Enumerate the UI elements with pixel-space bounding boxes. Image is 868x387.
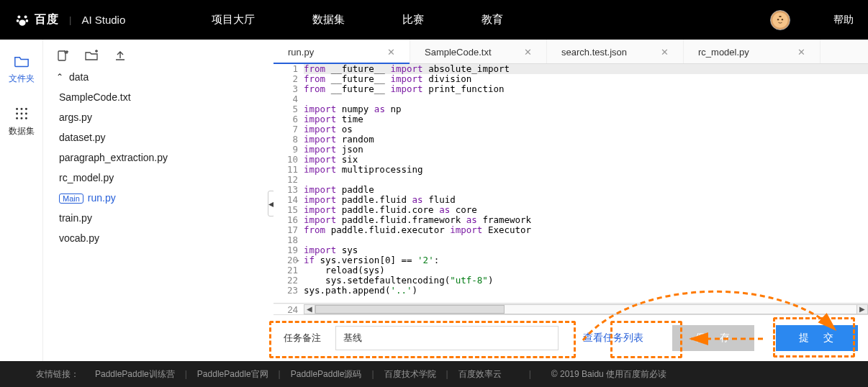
svg-point-15 bbox=[20, 117, 22, 119]
svg-point-7 bbox=[779, 16, 782, 17]
tree-file[interactable]: train.py bbox=[56, 212, 273, 224]
nav-link-datasets[interactable]: 数据集 bbox=[312, 13, 345, 27]
paw-icon bbox=[14, 12, 30, 28]
scroll-left-icon[interactable]: ◀ bbox=[304, 304, 315, 314]
svg-point-13 bbox=[24, 113, 27, 115]
main-badge: Main bbox=[59, 194, 83, 204]
footer-link[interactable]: PaddlePaddle源码 bbox=[291, 368, 362, 381]
file-tree: ⌃ data SampleCode.txt args.py dataset.py… bbox=[43, 71, 273, 244]
folder-icon bbox=[14, 54, 30, 68]
footer-link[interactable]: PaddlePaddle官网 bbox=[197, 368, 268, 381]
top-navbar: 百度 | AI Studio 项目大厅 数据集 比赛 教育 帮助 bbox=[0, 0, 868, 40]
activity-datasets-label: 数据集 bbox=[9, 125, 35, 137]
tree-file[interactable]: dataset.py bbox=[56, 132, 273, 143]
grid-icon bbox=[14, 106, 30, 121]
svg-point-12 bbox=[20, 113, 22, 115]
activity-files[interactable]: 文件夹 bbox=[9, 54, 35, 85]
task-note-input[interactable] bbox=[335, 326, 559, 350]
tree-folder-data[interactable]: ⌃ data bbox=[56, 71, 273, 83]
logo-separator: | bbox=[69, 14, 71, 25]
tab[interactable]: SampleCode.txt✕ bbox=[410, 40, 547, 63]
tab[interactable]: run.py✕ bbox=[273, 40, 410, 63]
footer-link[interactable]: 百度效率云 bbox=[458, 368, 502, 381]
folder-label: data bbox=[69, 71, 89, 83]
body-area: 文件夹 数据集 bbox=[0, 40, 868, 361]
footer-link[interactable]: 百度技术学院 bbox=[384, 368, 436, 381]
tree-file[interactable]: paragraph_extraction.py bbox=[56, 152, 273, 163]
footer-copyright: © 2019 Baidu 使用百度前必读 bbox=[551, 368, 666, 381]
scroll-right-icon[interactable]: ▶ bbox=[856, 304, 868, 314]
scroll-track[interactable] bbox=[315, 304, 856, 314]
scroll-thumb[interactable] bbox=[315, 305, 505, 314]
explorer-toolbar bbox=[43, 50, 273, 63]
svg-point-16 bbox=[24, 117, 27, 119]
svg-point-5 bbox=[777, 19, 779, 20]
tree-file[interactable]: rc_model.py bbox=[56, 172, 273, 183]
footer-label: 友情链接： bbox=[36, 368, 79, 381]
activity-datasets[interactable]: 数据集 bbox=[9, 106, 35, 137]
code-editor[interactable]: 1234567891011121314151617181920212223 fr… bbox=[273, 64, 868, 303]
submit-button[interactable]: 提 交 bbox=[776, 325, 858, 351]
nav-links: 项目大厅 数据集 比赛 教育 bbox=[212, 13, 503, 27]
logo-text-cn: 百度 bbox=[35, 12, 59, 27]
close-icon[interactable]: ✕ bbox=[524, 47, 532, 58]
svg-point-8 bbox=[16, 108, 18, 110]
tree-file[interactable]: args.py bbox=[56, 111, 273, 123]
svg-point-10 bbox=[24, 108, 27, 110]
svg-point-9 bbox=[20, 108, 22, 110]
new-file-icon[interactable] bbox=[56, 50, 69, 63]
tree-file-active[interactable]: Mainrun.py bbox=[56, 192, 273, 204]
tab-label: rc_model.py bbox=[698, 47, 749, 58]
svg-point-2 bbox=[17, 19, 19, 22]
close-icon[interactable]: ✕ bbox=[387, 47, 395, 58]
task-note-label: 任务备注 bbox=[284, 332, 321, 345]
tab-label: SampleCode.txt bbox=[425, 47, 492, 58]
tree-file[interactable]: SampleCode.txt bbox=[56, 91, 273, 103]
logo-text-studio: AI Studio bbox=[81, 14, 125, 26]
close-icon[interactable]: ✕ bbox=[797, 47, 805, 58]
tab-label: run.py bbox=[288, 47, 314, 58]
svg-point-11 bbox=[16, 113, 18, 115]
nav-help[interactable]: 帮助 bbox=[833, 14, 854, 27]
app-root: 百度 | AI Studio 项目大厅 数据集 比赛 教育 帮助 文件夹 bbox=[0, 0, 868, 387]
activity-bar: 文件夹 数据集 bbox=[0, 40, 43, 361]
nav-link-competitions[interactable]: 比赛 bbox=[402, 13, 424, 27]
line-gutter: 1234567891011121314151617181920212223 bbox=[273, 64, 304, 303]
svg-point-6 bbox=[782, 19, 783, 20]
save-button[interactable]: 保 存 bbox=[672, 325, 754, 351]
svg-point-14 bbox=[16, 117, 18, 119]
chevron-down-icon: ⌃ bbox=[56, 72, 63, 82]
view-task-list-link[interactable]: 查看任务列表 bbox=[583, 332, 643, 345]
logo-group[interactable]: 百度 | AI Studio bbox=[14, 12, 125, 28]
horizontal-scrollbar[interactable]: 24 ◀ ▶ bbox=[273, 303, 868, 314]
tree-file[interactable]: vocab.py bbox=[56, 232, 273, 244]
nav-link-projects[interactable]: 项目大厅 bbox=[212, 13, 255, 27]
activity-files-label: 文件夹 bbox=[9, 73, 35, 85]
upload-icon[interactable] bbox=[114, 50, 127, 63]
editor-area: ◀ run.py✕ SampleCode.txt✕ search.test.js… bbox=[273, 40, 868, 361]
footer: 友情链接： PaddlePaddle训练营| PaddlePaddle官网| P… bbox=[0, 361, 868, 387]
tab[interactable]: search.test.json✕ bbox=[547, 40, 684, 63]
avatar[interactable] bbox=[770, 10, 790, 30]
tab-label: search.test.json bbox=[561, 47, 627, 58]
close-icon[interactable]: ✕ bbox=[661, 47, 669, 58]
nav-link-education[interactable]: 教育 bbox=[482, 13, 503, 27]
svg-point-1 bbox=[24, 15, 27, 18]
svg-point-3 bbox=[26, 19, 29, 22]
code-content[interactable]: from __future__ import absolute_importfr… bbox=[304, 64, 868, 303]
footer-link[interactable]: PaddlePaddle训练营 bbox=[95, 368, 175, 381]
new-folder-icon[interactable] bbox=[85, 50, 98, 63]
tab[interactable]: rc_model.py✕ bbox=[684, 40, 820, 63]
file-explorer: ⌃ data SampleCode.txt args.py dataset.py… bbox=[43, 40, 273, 361]
editor-tabs: run.py✕ SampleCode.txt✕ search.test.json… bbox=[273, 40, 868, 64]
tree-file-label: run.py bbox=[88, 192, 116, 204]
svg-point-0 bbox=[17, 15, 20, 18]
task-panel: 任务备注 查看任务列表 保 存 提 交 bbox=[273, 314, 868, 361]
svg-point-4 bbox=[19, 19, 25, 25]
